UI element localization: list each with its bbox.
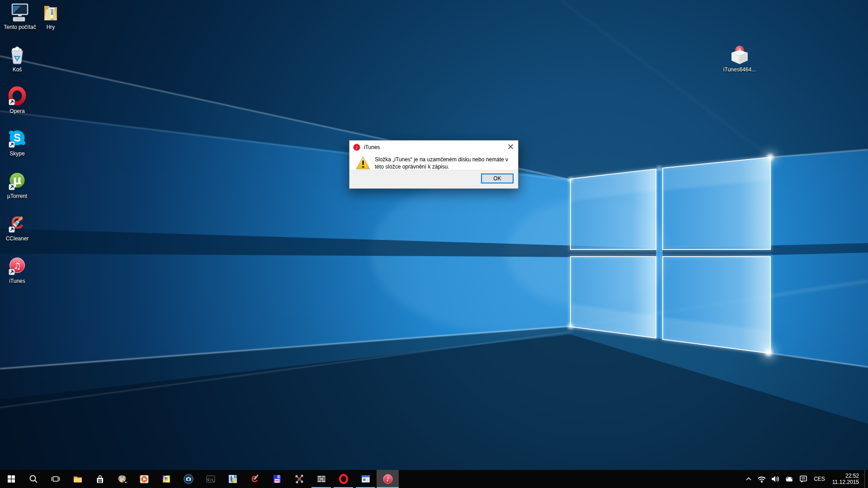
ccleaner-icon: C	[6, 213, 28, 235]
parrot-photo-icon: 5	[227, 474, 238, 484]
command-prompt-icon: C:\_	[205, 474, 216, 484]
skype-icon: S	[6, 128, 28, 150]
taskbar-itunes[interactable]: ♪	[377, 470, 399, 488]
desktop-icon-label: Skype	[0, 150, 37, 157]
svg-text:5: 5	[235, 475, 236, 478]
file-explorer-icon	[72, 474, 83, 484]
itunes-message-dialog: ♪ iTunes Složka „iTunes“ je na uzamčeném…	[349, 140, 519, 189]
tray-onedrive[interactable]	[782, 470, 797, 488]
desktop-icon-ccleaner[interactable]: C CCleaner	[0, 213, 37, 242]
itunes-dialog-icon: ♪	[353, 144, 360, 151]
svg-text:♪: ♪	[738, 58, 741, 62]
media-player-play-icon	[139, 474, 150, 484]
desktop-icon-label: µTorrent	[0, 193, 37, 199]
gimp-wilber-icon	[117, 474, 127, 484]
dialog-titlebar[interactable]: ♪ iTunes	[349, 141, 518, 154]
brick-wall-icon	[316, 474, 327, 484]
tray-network[interactable]	[755, 470, 769, 488]
speaker-icon	[771, 475, 780, 483]
taskbar-ccleaner[interactable]: C	[244, 470, 266, 488]
svg-text:♫: ♫	[13, 261, 21, 271]
recycle-bin-icon	[6, 44, 28, 66]
warning-icon	[355, 156, 371, 170]
store-bag-icon	[94, 474, 105, 484]
itunes-installer-icon: ♪ ♪	[727, 43, 752, 66]
color-grid-icon	[161, 474, 172, 484]
cloud-icon	[784, 475, 794, 483]
task-view-icon	[50, 474, 61, 484]
presentation-doc-icon	[360, 474, 371, 484]
folder-icon	[40, 2, 61, 23]
tray-action-center[interactable]	[797, 470, 810, 488]
floppy-disk-icon	[272, 474, 283, 484]
search-icon	[28, 474, 39, 484]
ccleaner-icon: C	[250, 474, 260, 484]
svg-text:♪: ♪	[355, 145, 358, 150]
tray-clock[interactable]: 22:52 11.12.2015	[829, 470, 863, 488]
close-button[interactable]	[503, 141, 518, 153]
clock-date: 11.12.2015	[832, 479, 859, 485]
tray-language-indicator[interactable]: CES	[810, 470, 829, 488]
molecule-icon	[294, 474, 305, 484]
svg-text:♪: ♪	[386, 476, 390, 483]
taskbar-gimp[interactable]	[111, 470, 133, 488]
taskbar-search-button[interactable]	[22, 470, 44, 488]
action-center-icon	[799, 475, 808, 483]
desktop-icon-opera[interactable]: Opera	[0, 86, 37, 114]
tray-volume[interactable]	[769, 470, 782, 488]
desktop-icon-label: Opera	[0, 108, 37, 114]
desktop-icon-label: Hry	[31, 24, 70, 30]
dialog-footer: OK	[349, 170, 518, 188]
desktop-icon-recycle-bin[interactable]: Koš	[0, 44, 37, 73]
camera-circle-icon	[183, 474, 194, 484]
svg-text:S: S	[14, 132, 20, 144]
desktop-icon-label: iTunes	[0, 278, 37, 284]
taskbar: C:\_ 5 C	[0, 470, 868, 488]
desktop-icon-itunes[interactable]: ♫ iTunes	[0, 256, 37, 284]
taskbar-molecule-app[interactable]	[288, 470, 310, 488]
desktop-icon-label: CCleaner	[0, 235, 37, 242]
opera-icon	[6, 86, 28, 108]
desktop-icon-games-folder[interactable]: Hry	[31, 2, 70, 30]
dialog-message: Složka „iTunes“ je na uzamčeném disku ne…	[375, 156, 517, 170]
clock-time: 22:52	[832, 473, 859, 479]
desktop-icon-utorrent[interactable]: µ µTorrent	[0, 171, 37, 199]
ok-button[interactable]: OK	[481, 174, 514, 183]
itunes-icon: ♪	[382, 473, 394, 485]
start-button[interactable]	[0, 470, 22, 488]
dialog-title: iTunes	[364, 144, 380, 150]
close-icon	[508, 144, 513, 149]
opera-icon	[338, 474, 349, 484]
this-pc-icon	[9, 2, 31, 23]
desktop-icon-label: iTunes6464...	[720, 66, 759, 73]
taskbar-file-explorer[interactable]	[66, 470, 89, 488]
task-view-button[interactable]	[44, 470, 66, 488]
desktop-icon-itunes-installer[interactable]: ♪ ♪ iTunes6464...	[720, 43, 759, 73]
wifi-icon	[757, 475, 766, 483]
taskbar-command-prompt[interactable]: C:\_	[199, 470, 222, 488]
taskbar-photo-viewer[interactable]: 5	[222, 470, 244, 488]
windows-start-icon	[6, 474, 17, 484]
taskbar-windows-store[interactable]	[89, 470, 111, 488]
taskbar-floppy-app[interactable]	[266, 470, 288, 488]
taskbar-opera[interactable]	[332, 470, 354, 488]
itunes-icon: ♫	[6, 256, 28, 277]
taskbar-screen-capture-app[interactable]	[155, 470, 177, 488]
tray-show-hidden-icons[interactable]	[742, 470, 755, 488]
language-label: CES	[814, 476, 825, 482]
taskbar-media-player[interactable]	[133, 470, 155, 488]
taskbar-presentation-app[interactable]	[354, 470, 377, 488]
desktop: Tento počítač Hry Koš	[0, 0, 868, 488]
chevron-up-icon	[745, 476, 753, 482]
svg-text:C:\_: C:\_	[208, 478, 216, 482]
wallpaper-windows-hero	[0, 0, 868, 488]
utorrent-icon: µ	[6, 171, 28, 192]
taskbar-camera-app[interactable]	[177, 470, 199, 488]
show-desktop-button[interactable]	[864, 470, 868, 488]
desktop-icon-label: Koš	[0, 66, 37, 73]
taskbar-bricks-app[interactable]	[310, 470, 332, 488]
desktop-icon-skype[interactable]: S Skype	[0, 128, 37, 157]
system-tray: CES 22:52 11.12.2015	[742, 470, 868, 488]
